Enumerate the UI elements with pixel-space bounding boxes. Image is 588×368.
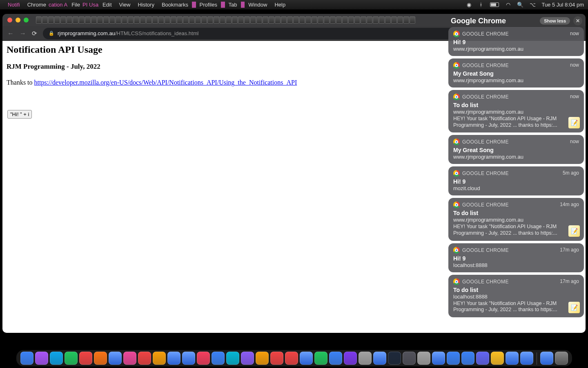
- back-button[interactable]: ←: [7, 30, 14, 37]
- dock-app-icon[interactable]: [109, 352, 122, 365]
- nc-close-button[interactable]: ✕: [573, 16, 582, 25]
- browser-tab[interactable]: [134, 16, 140, 24]
- dock-app-icon[interactable]: [197, 352, 210, 365]
- minimize-window-button[interactable]: [16, 18, 20, 22]
- dock-app-icon[interactable]: [285, 352, 298, 365]
- browser-tab[interactable]: [36, 16, 42, 24]
- menu-profiles[interactable]: Profiles: [196, 2, 221, 8]
- dock-app-icon[interactable]: [300, 352, 313, 365]
- bluetooth-icon[interactable]: ᚼ: [478, 2, 484, 8]
- browser-tab[interactable]: [354, 16, 360, 24]
- browser-tab[interactable]: [183, 16, 189, 24]
- menu-tab[interactable]: Tab: [225, 2, 241, 8]
- dock-app-icon[interactable]: [329, 352, 342, 365]
- dock-app-icon[interactable]: [212, 352, 225, 365]
- notification-card[interactable]: GOOGLE CHROME 5m ago Hi! 9 mozit.cloud: [448, 166, 584, 195]
- menu-history[interactable]: History: [134, 2, 158, 8]
- dock-app-icon[interactable]: [461, 352, 474, 365]
- dock-app-icon[interactable]: [270, 352, 283, 365]
- browser-tab[interactable]: [195, 16, 201, 24]
- dock-app-icon[interactable]: [491, 352, 504, 365]
- browser-tab[interactable]: [177, 16, 183, 24]
- notification-card[interactable]: GOOGLE CHROME now My Great Song www.rjmp…: [448, 58, 584, 88]
- browser-tab[interactable]: [312, 16, 317, 24]
- browser-tab[interactable]: [201, 16, 207, 24]
- browser-tab[interactable]: [305, 16, 311, 24]
- browser-tab[interactable]: [140, 16, 146, 24]
- dock-app-icon[interactable]: [35, 352, 48, 365]
- dock-app-icon[interactable]: [226, 352, 239, 365]
- browser-tab[interactable]: [287, 16, 293, 24]
- show-less-button[interactable]: Show less: [540, 17, 570, 25]
- search-icon[interactable]: 🔍: [517, 2, 523, 8]
- hi-button[interactable]: "Hi! " + i: [7, 110, 32, 119]
- menu-window[interactable]: Window: [245, 2, 271, 8]
- browser-tab[interactable]: [256, 16, 262, 24]
- dock-app-icon[interactable]: [138, 352, 151, 365]
- browser-tab[interactable]: [373, 16, 379, 24]
- reload-button[interactable]: ⟳: [32, 30, 37, 37]
- browser-tab[interactable]: [189, 16, 195, 24]
- browser-tab[interactable]: [128, 16, 134, 24]
- browser-tab[interactable]: [330, 16, 336, 24]
- dock-app-icon[interactable]: [256, 352, 269, 365]
- mdn-link[interactable]: https://developer.mozilla.org/en-US/docs…: [34, 79, 297, 86]
- dock-app-icon[interactable]: [476, 352, 489, 365]
- dock-app-icon[interactable]: [94, 352, 107, 365]
- browser-tab[interactable]: [361, 16, 366, 24]
- notification-card[interactable]: GOOGLE CHROME 14m ago To do list www.rjm…: [448, 198, 584, 240]
- browser-tab[interactable]: [207, 16, 213, 24]
- browser-tab[interactable]: [324, 16, 330, 24]
- browser-tab[interactable]: [379, 16, 385, 24]
- dock-app-icon[interactable]: [417, 352, 430, 365]
- browser-tab[interactable]: [97, 16, 103, 24]
- browser-tab[interactable]: [281, 16, 287, 24]
- browser-tab[interactable]: [116, 16, 121, 24]
- browser-tab[interactable]: [85, 16, 91, 24]
- dock-app-icon[interactable]: [373, 352, 386, 365]
- dock-app-icon[interactable]: [167, 352, 180, 365]
- browser-tab[interactable]: [171, 16, 176, 24]
- browser-tab[interactable]: [73, 16, 78, 24]
- browser-tab[interactable]: [42, 16, 48, 24]
- menu-edit[interactable]: Edit: [99, 2, 115, 8]
- dock-app-icon[interactable]: [153, 352, 166, 365]
- dock-app-icon[interactable]: [123, 352, 136, 365]
- wifi-icon[interactable]: ◠: [505, 2, 511, 8]
- dock-app-icon[interactable]: [314, 352, 327, 365]
- forward-button[interactable]: →: [20, 30, 26, 37]
- browser-tab[interactable]: [367, 16, 372, 24]
- browser-tab[interactable]: [410, 16, 415, 24]
- dock-app-icon[interactable]: [65, 352, 78, 365]
- notification-card[interactable]: GOOGLE CHROME 17m ago To do list localho…: [448, 275, 584, 317]
- trash-icon[interactable]: [555, 352, 568, 365]
- browser-tab[interactable]: [226, 16, 232, 24]
- browser-tab[interactable]: [348, 16, 354, 24]
- dock-app-icon[interactable]: [540, 352, 553, 365]
- browser-tab[interactable]: [275, 16, 281, 24]
- browser-tab[interactable]: [342, 16, 348, 24]
- dock-app-icon[interactable]: [79, 352, 92, 365]
- dock-app-icon[interactable]: [447, 352, 460, 365]
- screen-record-icon[interactable]: ◉: [466, 2, 472, 8]
- notification-card[interactable]: GOOGLE CHROME now My Great Song www.rjmp…: [448, 135, 584, 164]
- dock-app-icon[interactable]: [359, 352, 372, 365]
- browser-tab[interactable]: [397, 16, 403, 24]
- browser-tab[interactable]: [67, 16, 72, 24]
- browser-tab[interactable]: [152, 16, 158, 24]
- dock-app-icon[interactable]: [388, 352, 401, 365]
- dock-app-icon[interactable]: [432, 352, 445, 365]
- browser-tab[interactable]: [293, 16, 299, 24]
- dock-app-icon[interactable]: [241, 352, 254, 365]
- notification-card[interactable]: GOOGLE CHROME now To do list www.rjmprog…: [448, 90, 584, 132]
- browser-tab[interactable]: [91, 16, 97, 24]
- browser-tab[interactable]: [60, 16, 66, 24]
- browser-tab[interactable]: [385, 16, 391, 24]
- menu-view[interactable]: View: [116, 2, 134, 8]
- browser-tab[interactable]: [232, 16, 238, 24]
- dock-app-icon[interactable]: [182, 352, 195, 365]
- browser-tab[interactable]: [269, 16, 274, 24]
- menu-bookmarks[interactable]: Bookmarks: [158, 2, 192, 8]
- browser-tab[interactable]: [109, 16, 115, 24]
- dock-app-icon[interactable]: [20, 352, 33, 365]
